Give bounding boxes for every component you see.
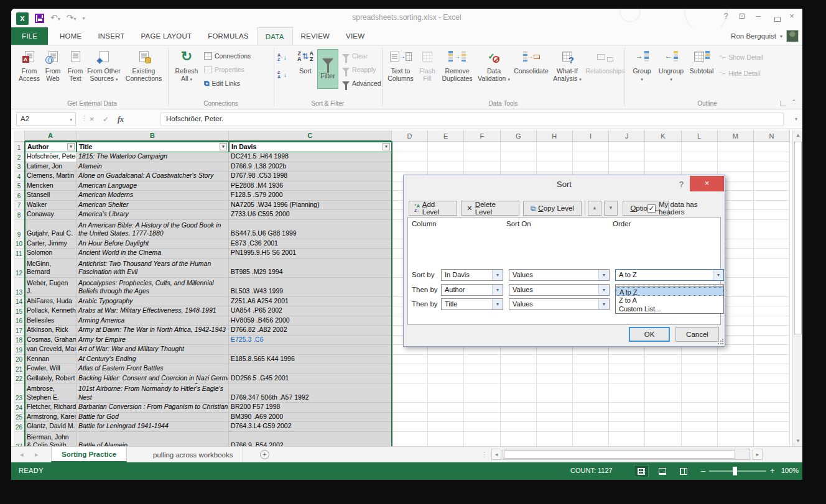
cell-title[interactable]: At Century's Ending bbox=[77, 355, 229, 365]
cell-in-davis[interactable]: PE2808 .M4 1936 bbox=[229, 181, 392, 191]
cell[interactable] bbox=[392, 142, 428, 152]
header-cell-author[interactable]: Author▾ bbox=[25, 142, 77, 152]
consolidate-button[interactable]: → Consolidate bbox=[514, 47, 549, 75]
close-icon[interactable]: × bbox=[784, 11, 800, 21]
cell[interactable] bbox=[501, 142, 537, 152]
column-header-H[interactable]: H bbox=[537, 131, 573, 142]
cell-author[interactable]: Glantz, David M. bbox=[25, 422, 77, 432]
cell[interactable] bbox=[392, 364, 428, 374]
cell-title[interactable]: Atlas of Eastern Front Battles bbox=[77, 364, 229, 374]
minimize-icon[interactable]: – bbox=[750, 11, 766, 21]
user-dropdown-icon[interactable]: ▾ bbox=[780, 34, 782, 39]
cell-author[interactable]: Fowler, Will bbox=[25, 364, 77, 374]
cell[interactable] bbox=[609, 422, 645, 432]
cell[interactable] bbox=[573, 364, 609, 374]
order-option[interactable]: Z to A bbox=[616, 296, 723, 305]
cell[interactable] bbox=[754, 220, 790, 239]
text-to-columns-button[interactable]: → Text to Columns bbox=[386, 47, 415, 82]
cell[interactable] bbox=[464, 142, 500, 152]
cell[interactable] bbox=[537, 383, 573, 403]
cell[interactable] bbox=[754, 364, 790, 374]
sort-ascending-button[interactable]: AZ↓ bbox=[277, 52, 287, 63]
cell-in-davis[interactable]: UA854 .P65 2002 bbox=[229, 306, 392, 316]
zoom-percentage[interactable]: 100% bbox=[781, 467, 799, 474]
cell[interactable] bbox=[754, 383, 790, 403]
cell[interactable] bbox=[392, 374, 428, 384]
cell-in-davis[interactable] bbox=[229, 345, 392, 355]
cell-author[interactable]: AbiFares, Huda bbox=[25, 297, 77, 307]
row-header[interactable]: 1 bbox=[14, 142, 25, 152]
combo-dropdown-icon[interactable]: ▾ bbox=[492, 270, 503, 280]
column-header-B[interactable]: B bbox=[77, 131, 229, 142]
cell[interactable] bbox=[609, 413, 645, 423]
cell[interactable] bbox=[464, 374, 500, 384]
confirm-entry-icon[interactable]: ✓ bbox=[103, 115, 109, 124]
cell-title[interactable]: An American Bible: A History of the Good… bbox=[77, 220, 229, 239]
cell-title[interactable]: Battle for Leningrad 1941-1944 bbox=[77, 422, 229, 432]
cell[interactable] bbox=[754, 432, 790, 447]
cell[interactable] bbox=[537, 142, 573, 152]
cell[interactable] bbox=[754, 172, 790, 181]
cell[interactable] bbox=[645, 142, 681, 152]
sort-on-combo[interactable]: Values▾ bbox=[509, 269, 610, 281]
header-cell-title[interactable]: Title▾ bbox=[77, 142, 229, 152]
vertical-scroll-thumb[interactable] bbox=[794, 142, 802, 334]
sort-button[interactable]: ZA⇅AZ Sort bbox=[296, 47, 315, 75]
cell[interactable] bbox=[573, 355, 609, 365]
order-option[interactable]: A to Z bbox=[616, 287, 723, 296]
cell[interactable] bbox=[428, 355, 464, 365]
cell[interactable] bbox=[645, 383, 681, 403]
cell-title[interactable]: American Moderns bbox=[77, 191, 229, 201]
cell[interactable] bbox=[392, 422, 428, 432]
cell[interactable] bbox=[501, 413, 537, 423]
formula-input[interactable]: Hofschröer, Peter. bbox=[160, 112, 784, 126]
column-combo[interactable]: Author▾ bbox=[441, 284, 503, 296]
cell[interactable] bbox=[645, 432, 681, 447]
order-combo[interactable]: A to Z▾ bbox=[615, 269, 724, 281]
cell[interactable] bbox=[501, 355, 537, 365]
page-break-view-icon[interactable] bbox=[677, 465, 690, 477]
avatar[interactable] bbox=[786, 30, 799, 42]
subtotal-button[interactable]: Subtotal bbox=[688, 47, 715, 75]
cell[interactable] bbox=[754, 210, 790, 220]
sheet-nav-right-icon[interactable]: ▸ bbox=[35, 451, 39, 459]
row-header[interactable]: 17 bbox=[14, 326, 25, 336]
cell[interactable] bbox=[645, 355, 681, 365]
cell-in-davis[interactable]: DD256.5 .G45 2001 bbox=[229, 374, 392, 384]
cancel-button[interactable]: Cancel bbox=[675, 327, 719, 342]
cell[interactable] bbox=[537, 413, 573, 423]
cell-author[interactable]: Fletcher, Richard A. bbox=[25, 403, 77, 413]
column-header-D[interactable]: D bbox=[392, 131, 428, 142]
cancel-entry-icon[interactable]: × bbox=[90, 115, 94, 124]
add-level-button[interactable]: ⁺AZ↓ Add Level bbox=[409, 201, 457, 216]
cell-title[interactable]: Ancient World in the Cinema bbox=[77, 249, 229, 259]
cell-title[interactable]: Alone on Guadalcanal: A Coastwatcher's S… bbox=[77, 172, 229, 181]
cell[interactable] bbox=[682, 383, 718, 403]
cell[interactable] bbox=[754, 345, 790, 355]
header-cell-davis[interactable]: In Davis▾ bbox=[229, 142, 392, 152]
cell[interactable] bbox=[573, 142, 609, 152]
row-header[interactable]: 7 bbox=[14, 201, 25, 211]
cell[interactable] bbox=[573, 413, 609, 423]
cell[interactable] bbox=[754, 316, 790, 326]
cell-title[interactable]: America's Library bbox=[77, 210, 229, 220]
tab-view[interactable]: VIEW bbox=[338, 27, 373, 45]
cell[interactable] bbox=[754, 374, 790, 384]
cell[interactable] bbox=[464, 152, 500, 162]
row-header[interactable]: 11 bbox=[14, 249, 25, 259]
cell[interactable] bbox=[718, 364, 754, 374]
cell-in-davis[interactable]: D769.347 506th .A57 1992 bbox=[229, 383, 392, 403]
cell-author[interactable]: Bierman, John & Colin Smith bbox=[25, 432, 77, 447]
cell[interactable] bbox=[682, 403, 718, 413]
column-combo[interactable]: In Davis▾ bbox=[441, 269, 503, 281]
tab-scrollbar-splitter[interactable]: ⋮ bbox=[481, 451, 488, 458]
column-header-K[interactable]: K bbox=[645, 131, 681, 142]
cell-author[interactable]: Stansell bbox=[25, 191, 77, 201]
column-header-N[interactable]: N bbox=[754, 131, 790, 142]
cell[interactable] bbox=[718, 383, 754, 403]
column-combo[interactable]: Title▾ bbox=[441, 298, 503, 310]
column-header-M[interactable]: M bbox=[718, 131, 754, 142]
collapse-ribbon-icon[interactable]: ⌃ bbox=[791, 99, 796, 105]
cell[interactable] bbox=[754, 413, 790, 423]
row-header[interactable]: 27 bbox=[14, 432, 25, 447]
